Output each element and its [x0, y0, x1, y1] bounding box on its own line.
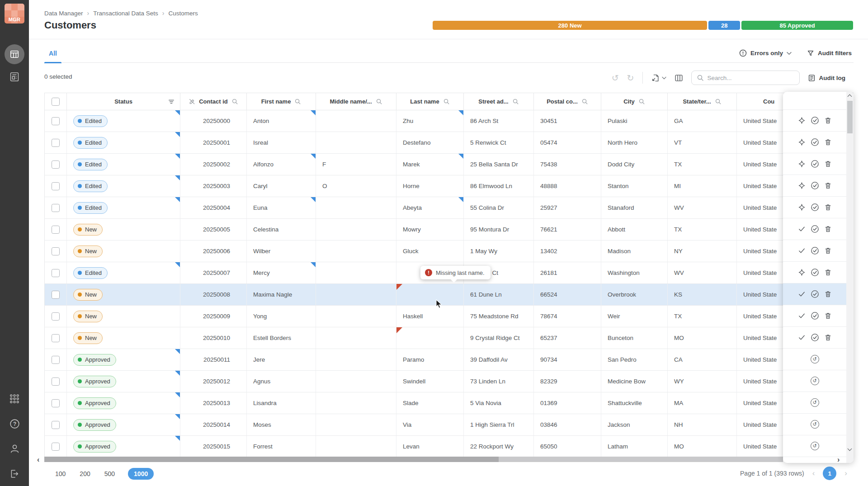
check-icon[interactable] — [798, 290, 806, 298]
page-size-500[interactable]: 500 — [104, 468, 116, 480]
sidebar-item-apps[interactable] — [0, 393, 29, 404]
search-input[interactable] — [708, 75, 789, 81]
cell-last[interactable]: Gluck — [396, 241, 464, 262]
sidebar-item-records[interactable] — [0, 71, 29, 82]
next-page-button[interactable]: › — [844, 469, 847, 478]
status-cell[interactable]: New — [67, 327, 180, 349]
cell-city[interactable]: Bunceton — [601, 327, 668, 349]
cell-street[interactable]: 95 Montura Dr — [464, 219, 534, 241]
column-header-sel[interactable] — [45, 93, 67, 110]
cell-id[interactable]: 20250001 — [180, 132, 247, 154]
delete-icon[interactable] — [824, 269, 832, 276]
cell-first[interactable]: Moses — [247, 414, 316, 436]
approve-icon[interactable] — [811, 246, 819, 255]
row-checkbox[interactable] — [52, 182, 60, 190]
approve-icon[interactable] — [811, 116, 819, 125]
search-box[interactable] — [691, 71, 800, 85]
cell-first[interactable]: Agnus — [247, 371, 316, 392]
sidebar-item-datasets[interactable] — [0, 44, 29, 64]
approve-icon[interactable] — [811, 311, 819, 320]
cell-last[interactable]: Paramo — [396, 349, 464, 371]
cell-middle[interactable] — [316, 132, 396, 154]
status-cell[interactable]: Edited — [67, 197, 180, 219]
cell-city[interactable]: Latham — [601, 436, 668, 458]
breadcrumb-item[interactable]: Customers — [168, 10, 198, 17]
status-cell[interactable]: New — [67, 306, 180, 327]
undo-icon[interactable]: ↺ — [612, 74, 619, 82]
check-icon[interactable] — [798, 334, 806, 341]
cell-id[interactable]: 20250003 — [180, 175, 247, 197]
search-icon[interactable] — [376, 98, 382, 105]
cell-postal[interactable]: 76621 — [534, 219, 601, 241]
filter-icon[interactable] — [168, 99, 175, 105]
cell-id[interactable]: 20250015 — [180, 436, 247, 458]
cell-middle[interactable]: F — [316, 154, 396, 175]
cell-street[interactable]: 75 Meadstone Rd — [464, 306, 534, 327]
delete-icon[interactable] — [824, 138, 832, 146]
search-icon[interactable] — [581, 98, 588, 105]
cell-street[interactable]: 86 Elmwood Ln — [464, 175, 534, 197]
cell-id[interactable]: 20250009 — [180, 306, 247, 327]
approve-icon[interactable] — [811, 181, 819, 190]
scroll-right-icon[interactable]: › — [837, 456, 840, 464]
sidebar-item-profile[interactable] — [0, 443, 29, 454]
cell-postal[interactable]: 48888 — [534, 175, 601, 197]
cell-city[interactable]: Stanaford — [601, 197, 668, 219]
cell-street[interactable]: 1 High Sierra Trl — [464, 414, 534, 436]
approve-icon[interactable] — [811, 138, 819, 146]
cell-city[interactable]: Jackson — [601, 414, 668, 436]
status-cell[interactable]: Approved — [67, 392, 180, 414]
cell-street[interactable]: 86 Arch St — [464, 110, 534, 132]
cell-city[interactable]: Stanton — [601, 175, 668, 197]
column-header-id[interactable]: Contact id — [180, 93, 247, 110]
row-checkbox[interactable] — [52, 160, 60, 169]
cell-first[interactable]: Alfonzo — [247, 154, 316, 175]
status-cell[interactable]: Approved — [67, 371, 180, 392]
unapprove-icon[interactable]: ↺ — [811, 442, 819, 450]
current-page-button[interactable]: 1 — [823, 467, 836, 480]
cell-id[interactable]: 20250013 — [180, 392, 247, 414]
columns-button[interactable] — [675, 74, 683, 82]
cell-middle[interactable] — [316, 241, 396, 262]
cell-state[interactable]: VT — [668, 132, 737, 154]
cell-street[interactable]: 61 Dune Ln — [464, 284, 534, 306]
cell-first[interactable]: Estell Borders — [247, 327, 316, 349]
cell-id[interactable]: 20250012 — [180, 371, 247, 392]
unapprove-icon[interactable]: ↺ — [811, 355, 819, 363]
cell-postal[interactable]: 30451 — [534, 110, 601, 132]
audit-log-button[interactable]: Audit log — [808, 74, 845, 82]
cell-city[interactable]: Madison — [601, 241, 668, 262]
row-checkbox[interactable] — [52, 139, 60, 147]
cell-postal[interactable]: 25927 — [534, 197, 601, 219]
export-button[interactable] — [651, 74, 666, 82]
horizontal-scrollbar-thumb[interactable] — [44, 457, 499, 462]
column-header-city[interactable]: City — [601, 93, 668, 110]
cell-postal[interactable]: 05474 — [534, 132, 601, 154]
status-cell[interactable]: New — [67, 284, 180, 306]
approve-icon[interactable] — [811, 268, 819, 277]
cell-city[interactable]: Shattuckville — [601, 392, 668, 414]
status-cell[interactable]: Edited — [67, 154, 180, 175]
unapprove-icon[interactable]: ↺ — [811, 398, 819, 407]
cell-last[interactable]: Mowry — [396, 219, 464, 241]
select-all-checkbox[interactable] — [52, 98, 60, 106]
delete-icon[interactable] — [824, 312, 832, 320]
cell-street[interactable]: 1 May Wy — [464, 241, 534, 262]
sparkle-icon[interactable] — [798, 203, 806, 211]
row-checkbox[interactable] — [52, 269, 60, 277]
cell-id[interactable]: 20250000 — [180, 110, 247, 132]
row-checkbox[interactable] — [52, 334, 60, 342]
cell-state[interactable]: MA — [668, 392, 737, 414]
sparkle-icon[interactable] — [798, 160, 806, 168]
delete-icon[interactable] — [824, 334, 832, 341]
cell-middle[interactable] — [316, 262, 396, 284]
cell-city[interactable]: Weir — [601, 306, 668, 327]
status-cell[interactable]: Edited — [67, 110, 180, 132]
check-icon[interactable] — [798, 247, 806, 255]
column-header-last[interactable]: Last name — [396, 93, 464, 110]
cell-state[interactable]: TX — [668, 306, 737, 327]
approve-icon[interactable] — [811, 160, 819, 168]
cell-middle[interactable] — [316, 436, 396, 458]
cell-state[interactable]: TX — [668, 154, 737, 175]
cell-first[interactable]: Celestina — [247, 219, 316, 241]
